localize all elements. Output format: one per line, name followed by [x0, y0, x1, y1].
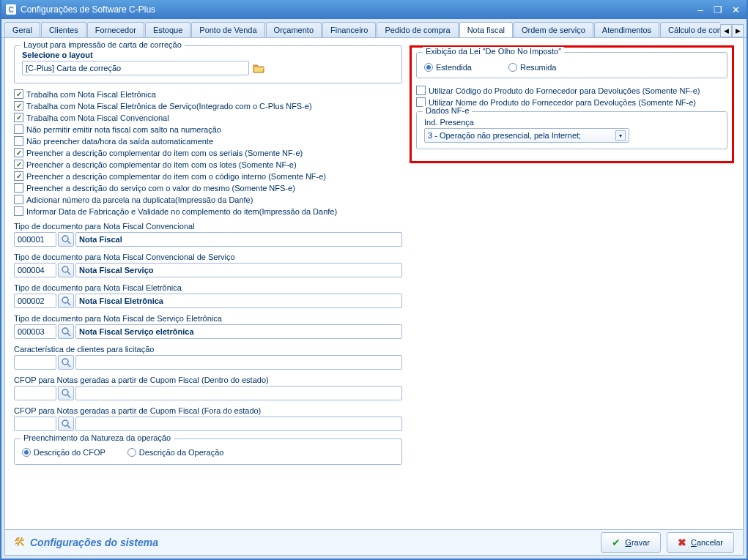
cancel-button[interactable]: ✖ Cancelar: [667, 532, 734, 553]
layout-fieldset: Layout para impressão de carta de correç…: [14, 45, 402, 83]
checkbox-label-5: Preencher a descrição complementar do it…: [26, 149, 303, 157]
natureza-legend: Preenchimento da Natureza da operação: [21, 433, 174, 442]
open-folder-icon[interactable]: [252, 61, 265, 75]
docfield-desc-6[interactable]: [75, 417, 402, 431]
docfield-group-6: CFOP para Notas geradas a partir de Cupo…: [14, 406, 402, 431]
lookup-button-4[interactable]: [58, 355, 74, 370]
docfield-desc-0[interactable]: [75, 232, 402, 247]
docfield-group-5: CFOP para Notas geradas a partir de Cupo…: [14, 376, 402, 400]
checkbox-3[interactable]: [14, 124, 23, 134]
checkbox-row-7: Preencher a descrição complementar do it…: [14, 171, 402, 181]
exibicao-radio-0[interactable]: Estendida: [424, 63, 472, 72]
checkbox-row-0: Trabalha com Nota Fiscal Eletrônica: [14, 89, 402, 99]
checkbox-2[interactable]: [14, 113, 23, 122]
highlighted-region: Exibição da Lei "De Olho No Imposto" Est…: [410, 45, 734, 163]
maximize-button[interactable]: ❐: [710, 3, 726, 16]
tab-scroll-left[interactable]: ◀: [720, 24, 732, 37]
lookup-button-5[interactable]: [58, 386, 74, 400]
natureza-fieldset: Preenchimento da Natureza da operação De…: [14, 438, 402, 465]
docfield-label-6: CFOP para Notas geradas a partir de Cupo…: [14, 406, 402, 415]
checkbox-row-4: Não preencher data/hora da saída automat…: [14, 136, 402, 146]
docfield-code-0[interactable]: [14, 232, 56, 247]
docfield-code-6[interactable]: [14, 417, 56, 431]
docfield-code-3[interactable]: [14, 324, 56, 339]
checkbox-label-9: Adicionar número da parcela na duplicata…: [26, 195, 253, 204]
checkbox-label-2: Trabalha com Nota Fiscal Convencional: [26, 113, 169, 122]
checkbox-7[interactable]: [14, 171, 23, 181]
exibicao-radio-1[interactable]: Resumida: [508, 63, 557, 72]
docfield-code-5[interactable]: [14, 386, 56, 400]
checkbox-row-6: Preencher a descrição complementar do it…: [14, 160, 402, 169]
svg-line-7: [67, 333, 70, 336]
checkbox-1[interactable]: [14, 101, 23, 111]
lookup-button-2[interactable]: [58, 294, 74, 308]
docfield-desc-3[interactable]: [75, 324, 402, 339]
presenca-value: 3 - Operação não presencial, pela Intern…: [428, 131, 581, 140]
docfield-code-1[interactable]: [14, 263, 56, 277]
lookup-button-0[interactable]: [58, 232, 74, 247]
save-button[interactable]: ✔ Gravar: [601, 532, 661, 553]
close-button[interactable]: ✕: [727, 3, 744, 16]
svg-line-3: [67, 272, 70, 275]
svg-point-12: [62, 420, 68, 426]
tab-financeiro[interactable]: Financeiro: [322, 22, 376, 37]
lookup-button-6[interactable]: [58, 417, 74, 431]
tab-nota-fiscal[interactable]: Nota fiscal: [459, 22, 513, 37]
docfield-label-0: Tipo de documento para Nota Fiscal Conve…: [14, 222, 402, 231]
natureza-radio-1[interactable]: Descrição da Operação: [127, 448, 224, 457]
dados-nfe-fieldset: Dados NF-e Ind. Presença 3 - Operação nã…: [416, 111, 727, 149]
tab-orçamento[interactable]: Orçamento: [266, 22, 322, 37]
tab-ordem-de-serviço[interactable]: Ordem de serviço: [514, 22, 593, 37]
checkbox-5[interactable]: [14, 148, 23, 157]
checkbox-label-7: Preencher a descrição complementar do it…: [26, 172, 326, 181]
svg-line-5: [67, 302, 70, 305]
docfield-desc-4[interactable]: [75, 355, 402, 370]
lookup-button-1[interactable]: [58, 263, 74, 277]
lookup-button-3[interactable]: [58, 324, 74, 339]
chevron-down-icon: ▾: [615, 130, 626, 141]
tab-scroll-right[interactable]: ▶: [732, 24, 744, 37]
natureza-radio-0[interactable]: Descrição do CFOP: [22, 448, 105, 457]
wrench-icon: 🛠: [14, 536, 26, 549]
tab-ponto-de-venda[interactable]: Ponto de Venda: [191, 22, 264, 37]
right-checkbox-label-1: Utilizar Nome do Produto do Fornecedor p…: [429, 98, 696, 107]
radio-label: Descrição do CFOP: [34, 448, 105, 457]
tab-estoque[interactable]: Estoque: [145, 22, 190, 37]
docfield-group-0: Tipo de documento para Nota Fiscal Conve…: [14, 222, 402, 247]
minimize-button[interactable]: –: [692, 3, 708, 16]
checkbox-label-10: Informar Data de Fabricação e Validade n…: [26, 207, 337, 216]
checkbox-10[interactable]: [14, 206, 23, 216]
docfield-code-4[interactable]: [14, 355, 56, 370]
checkbox-row-2: Trabalha com Nota Fiscal Convencional: [14, 113, 402, 122]
presenca-label: Ind. Presença: [424, 118, 719, 127]
right-checkbox-label-0: Utilizar Código do Produto do Fornecedor…: [429, 86, 700, 95]
docfield-desc-2[interactable]: [75, 294, 402, 308]
tab-cálculo-de-comissão[interactable]: Cálculo de comissão: [660, 22, 720, 37]
tab-fornecedor[interactable]: Fornecedor: [87, 22, 144, 37]
svg-point-8: [62, 359, 68, 365]
tab-geral[interactable]: Geral: [4, 22, 40, 37]
checkbox-4[interactable]: [14, 136, 23, 146]
checkbox-row-3: Não permitir emitir nota fiscal com salt…: [14, 124, 402, 134]
layout-input[interactable]: [22, 61, 249, 75]
tab-clientes[interactable]: Clientes: [41, 22, 86, 37]
docfield-code-2[interactable]: [14, 294, 56, 308]
docfield-group-1: Tipo de documento para Nota Fiscal Conve…: [14, 253, 402, 277]
tab-atendimentos[interactable]: Atendimentos: [594, 22, 659, 37]
presenca-dropdown[interactable]: 3 - Operação não presencial, pela Intern…: [424, 128, 629, 143]
checkbox-9[interactable]: [14, 195, 23, 204]
right-checkbox-row-0: Utilizar Código do Produto do Fornecedor…: [416, 86, 727, 95]
checkbox-row-1: Trabalha com Nota Fiscal Eletrônica de S…: [14, 101, 402, 111]
right-checkbox-0[interactable]: [416, 86, 426, 95]
radio-icon: [127, 448, 136, 457]
checkbox-6[interactable]: [14, 160, 23, 169]
docfield-desc-1[interactable]: [75, 263, 402, 277]
layout-legend: Layout para impressão de carta de correç…: [21, 40, 185, 49]
svg-line-1: [67, 241, 70, 244]
docfield-label-4: Característica de clientes para licitaçã…: [14, 345, 402, 354]
docfield-desc-5[interactable]: [75, 386, 402, 400]
checkbox-8[interactable]: [14, 183, 23, 193]
checkbox-0[interactable]: [14, 89, 23, 99]
app-icon: C: [6, 4, 16, 15]
tab-pedido-de-compra[interactable]: Pedido de compra: [377, 22, 458, 37]
